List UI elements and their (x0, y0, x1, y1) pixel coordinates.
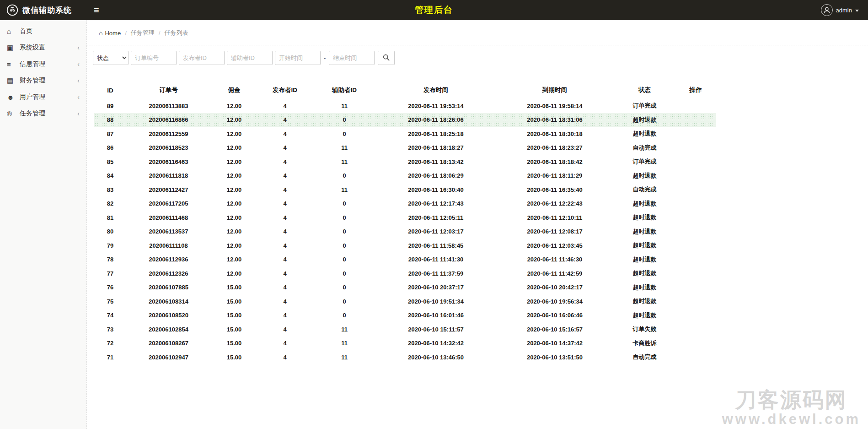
cell-expire-time: 2020-06-11 11:46:30 (495, 253, 614, 267)
table-row[interactable]: 8320200611242712.004112020-06-11 16:30:4… (94, 183, 716, 197)
cell-assistant-id: 0 (312, 253, 376, 267)
cell-assistant-id: 0 (312, 239, 376, 253)
cell-publisher-id: 4 (257, 266, 312, 281)
cell-assistant-id: 11 (312, 183, 376, 197)
sidebar-item-user-management[interactable]: ☻用户管理‹ (0, 89, 86, 105)
table-row[interactable]: 7620200610788515.00402020-06-10 20:37:17… (94, 281, 716, 295)
cell-order-no: 202006112326 (126, 266, 211, 281)
table-row[interactable]: 8620200611852312.004112020-06-11 18:18:2… (94, 141, 716, 155)
brand[interactable]: 微信辅助系统 (0, 4, 86, 16)
column-header: 订单号 (126, 81, 211, 99)
cell-assistant-id: 11 (312, 141, 376, 155)
end-time-input[interactable] (329, 51, 375, 65)
hamburger-menu-icon[interactable]: ≡ (86, 0, 107, 20)
breadcrumb-home-link[interactable]: ⌂ Home (99, 29, 121, 37)
cell-id: 75 (94, 294, 126, 309)
cell-commission: 15.00 (211, 337, 257, 351)
table-row[interactable]: 8120200611146812.00402020-06-11 12:05:11… (94, 211, 716, 225)
order-no-input[interactable] (131, 51, 177, 65)
cell-commission: 12.00 (211, 169, 257, 183)
page-title: 管理后台 (86, 0, 782, 20)
start-time-input[interactable] (275, 51, 321, 65)
table-row[interactable]: 7320200610285415.004112020-06-10 15:11:5… (94, 322, 716, 337)
cell-publisher-id: 4 (257, 322, 312, 337)
cell-id: 85 (94, 155, 126, 169)
publisher-id-input[interactable] (179, 51, 225, 65)
table-row[interactable]: 7520200610831415.00402020-06-10 19:51:34… (94, 294, 716, 309)
cell-actions (675, 294, 716, 309)
table-row[interactable]: 7420200610852015.00402020-06-10 16:01:46… (94, 309, 716, 323)
table-row[interactable]: 8720200611255912.00402020-06-11 18:25:18… (94, 127, 716, 141)
table-row[interactable]: 7820200611293612.00402020-06-11 11:41:30… (94, 253, 716, 267)
cell-assistant-id: 0 (312, 211, 376, 225)
column-header: 发布时间 (376, 81, 495, 99)
search-button[interactable] (378, 51, 395, 65)
cell-publish-time: 2020-06-10 19:51:34 (376, 294, 495, 309)
table-row[interactable]: 8220200611720512.00402020-06-11 12:17:43… (94, 197, 716, 211)
sidebar-item-finance[interactable]: ▤财务管理‹ (0, 72, 86, 89)
cell-assistant-id: 0 (312, 266, 376, 281)
chevron-left-icon: ‹ (77, 110, 80, 117)
user-menu[interactable]: admin (821, 4, 868, 16)
cell-commission: 12.00 (211, 127, 257, 141)
table-row[interactable]: 7720200611232612.00402020-06-11 11:37:59… (94, 266, 716, 281)
cell-id: 86 (94, 141, 126, 155)
sidebar-item-label: 系统设置 (20, 43, 77, 52)
cell-publish-time: 2020-06-11 16:30:40 (376, 183, 495, 197)
chevron-down-icon (855, 10, 859, 12)
breadcrumb: ⌂ Home / 任务管理 / 任务列表 (87, 20, 868, 45)
user-avatar-icon (821, 4, 833, 16)
cell-assistant-id: 11 (312, 155, 376, 169)
table-row[interactable]: 8820200611686612.00402020-06-11 18:26:06… (94, 113, 716, 127)
cell-actions (675, 337, 716, 351)
table-row[interactable]: 7920200611110812.00402020-06-11 11:58:45… (94, 239, 716, 253)
column-header: 操作 (675, 81, 716, 99)
task-table-body: 8920200611388312.004112020-06-11 19:53:1… (94, 99, 716, 364)
cell-status: 自动完成 (614, 350, 675, 364)
table-row[interactable]: 8420200611181812.00402020-06-11 18:06:29… (94, 169, 716, 183)
cell-id: 71 (94, 350, 126, 364)
table-row[interactable]: 8920200611388312.004112020-06-11 19:53:1… (94, 99, 716, 113)
cell-publish-time: 2020-06-11 11:37:59 (376, 266, 495, 281)
cell-order-no: 202006111468 (126, 211, 211, 225)
cell-actions (675, 155, 716, 169)
table-row[interactable]: 7220200610826715.004112020-06-10 14:32:4… (94, 337, 716, 351)
sidebar-item-home[interactable]: ⌂首页 (0, 23, 86, 39)
cell-publish-time: 2020-06-11 11:41:30 (376, 253, 495, 267)
cell-assistant-id: 0 (312, 169, 376, 183)
assistant-id-input[interactable] (227, 51, 273, 65)
column-header: ID (94, 81, 126, 99)
cell-commission: 12.00 (211, 239, 257, 253)
cell-status: 超时退款 (614, 127, 675, 141)
cell-publish-time: 2020-06-11 11:58:45 (376, 239, 495, 253)
cell-status: 超时退款 (614, 197, 675, 211)
cell-publisher-id: 4 (257, 350, 312, 364)
cell-commission: 12.00 (211, 225, 257, 239)
breadcrumb-section[interactable]: 任务管理 (131, 29, 155, 37)
table-row[interactable]: 7120200610294715.004112020-06-10 13:46:5… (94, 350, 716, 364)
cell-actions (675, 99, 716, 113)
cell-commission: 12.00 (211, 155, 257, 169)
cell-order-no: 202006102854 (126, 322, 211, 337)
table-row[interactable]: 8020200611353712.00402020-06-11 12:03:17… (94, 225, 716, 239)
cell-expire-time: 2020-06-11 18:11:29 (495, 169, 614, 183)
cell-actions (675, 281, 716, 295)
cell-assistant-id: 0 (312, 127, 376, 141)
status-select[interactable]: 状态 (93, 51, 129, 65)
cell-publisher-id: 4 (257, 253, 312, 267)
cell-actions (675, 127, 716, 141)
cell-commission: 15.00 (211, 294, 257, 309)
cell-expire-time: 2020-06-11 12:22:43 (495, 197, 614, 211)
sidebar-item-info-management[interactable]: ≡信息管理‹ (0, 56, 86, 72)
cell-actions (675, 309, 716, 323)
sidebar-item-task-management[interactable]: ®任务管理‹ (0, 105, 86, 122)
cell-id: 89 (94, 99, 126, 113)
cell-order-no: 202006111818 (126, 169, 211, 183)
table-row[interactable]: 8520200611646312.004112020-06-11 18:13:4… (94, 155, 716, 169)
cell-expire-time: 2020-06-11 12:03:45 (495, 239, 614, 253)
cell-status: 超时退款 (614, 211, 675, 225)
sidebar-item-system-settings[interactable]: ▣系统设置‹ (0, 39, 86, 56)
chevron-left-icon: ‹ (77, 44, 80, 51)
cell-order-no: 202006112427 (126, 183, 211, 197)
cell-commission: 12.00 (211, 211, 257, 225)
